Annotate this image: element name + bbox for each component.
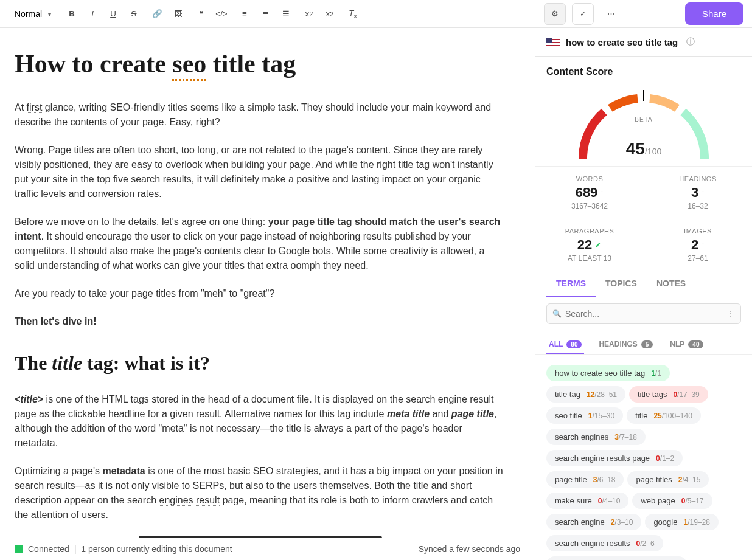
status-bar: Connected | 1 person currently editing t…	[0, 538, 535, 560]
term-chip[interactable]: title 25/100–140	[627, 407, 701, 424]
metrics: WORDS 689↑ 3167–3642 HEADINGS 3↑ 16–32 P…	[535, 166, 752, 271]
share-button[interactable]: Share	[685, 2, 743, 25]
term-chip[interactable]: page titles 2/4–15	[627, 471, 709, 488]
doc-subtitle: The title tag: what is it?	[15, 348, 506, 378]
side-header: ⚙ ✓ ⋯ Share	[535, 0, 752, 28]
terms-search-input[interactable]	[546, 303, 741, 324]
image-button[interactable]: 🖼	[172, 8, 184, 20]
connected-icon	[15, 545, 23, 553]
term-chip[interactable]: title tag 12/28–51	[546, 386, 625, 403]
metric-words: WORDS 689↑ 3167–3642	[535, 167, 644, 219]
image-icon: 🖼	[174, 9, 182, 18]
term-chip[interactable]: title tags 0/17–39	[629, 386, 708, 403]
filter-tabs: ALL80HEADINGS5NLP40	[535, 330, 752, 355]
paragraph: At first glance, writing SEO-friendly ti…	[15, 100, 506, 130]
code-icon: </>	[215, 9, 227, 18]
metric-paragraphs: PARAGRAPHS 22✓ AT LEAST 13	[535, 219, 644, 271]
term-chip[interactable]: how to create seo title tag 1/1	[546, 365, 670, 381]
ol-icon: ≣	[262, 9, 269, 18]
subscript-button[interactable]: x2	[303, 8, 315, 20]
underline-button[interactable]: U	[107, 8, 119, 20]
term-chip[interactable]: search engine results 0/2–6	[546, 535, 663, 551]
paragraph: <title> is one of the HTML tags stored i…	[15, 392, 506, 451]
beta-tag: BETA	[635, 116, 652, 123]
score-value: 45/100	[626, 139, 661, 159]
toolbar: Normal B I U S 🔗 🖼 ❝ </> ≡ ≣ ☰ x	[0, 0, 535, 28]
doc-title: How to create seo title tag	[15, 45, 506, 83]
terms-list: how to create seo title tag 1/1 title ta…	[535, 355, 752, 560]
editor-content[interactable]: How to create seo title tag At first gla…	[0, 28, 535, 538]
link-icon: 🔗	[152, 9, 162, 18]
clear-icon: Tx	[349, 9, 357, 19]
check-button[interactable]: ✓	[572, 3, 594, 25]
quote-button[interactable]: ❝	[195, 8, 207, 20]
term-chip[interactable]: search engine results page 0/1–2	[546, 450, 683, 466]
tab-terms[interactable]: TERMS	[546, 271, 596, 297]
more-icon: ⋯	[607, 9, 615, 18]
score-title: Content Score	[546, 66, 741, 77]
keyword-row: how to create seo title tag ⓘ	[535, 28, 752, 57]
filter-nlp[interactable]: NLP40	[667, 335, 706, 354]
bold-button[interactable]: B	[66, 8, 78, 20]
settings-button[interactable]: ⚙	[544, 3, 566, 25]
us-flag-icon	[546, 38, 560, 47]
strike-button[interactable]: S	[128, 8, 140, 20]
more-button[interactable]: ⋯	[600, 3, 622, 25]
side-pane: ⚙ ✓ ⋯ Share how to create seo title tag …	[535, 0, 752, 560]
code-button[interactable]: </>	[215, 8, 228, 20]
paragraph: Wrong. Page titles are often too short, …	[15, 143, 506, 201]
align-button[interactable]: ≡	[238, 8, 251, 20]
ul-icon: ☰	[282, 9, 290, 18]
keyword-text: how to create seo title tag	[566, 37, 678, 47]
filter-headings[interactable]: HEADINGS5	[596, 335, 655, 354]
term-chip[interactable]: web page 0/5–17	[632, 493, 712, 509]
superscript-button[interactable]: x2	[324, 8, 336, 20]
search-options-icon[interactable]: ⋮	[726, 309, 735, 319]
term-chip[interactable]: make sure 0/4–10	[546, 493, 628, 509]
synced-text: Synced a few seconds ago	[419, 544, 520, 554]
filter-all[interactable]: ALL80	[546, 335, 584, 354]
metric-images: IMAGES 2↑ 27–61	[644, 219, 752, 271]
editor-pane: Normal B I U S 🔗 🖼 ❝ </> ≡ ≣ ☰ x	[0, 0, 535, 560]
italic-button[interactable]: I	[86, 8, 99, 20]
gear-icon: ⚙	[551, 9, 559, 18]
editing-text: 1 person currently editing this document	[81, 544, 232, 554]
paragraph: Then let's dive in!	[15, 314, 506, 329]
quote-icon: ❝	[199, 9, 203, 18]
term-chip[interactable]: search engine 2/3–10	[546, 514, 641, 530]
search-icon: 🔍	[552, 309, 562, 318]
clear-format-button[interactable]: Tx	[347, 8, 359, 20]
paragraph: Before we move on to the details, let's …	[15, 215, 506, 273]
tab-topics[interactable]: TOPICS	[596, 271, 647, 297]
score-section: Content Score BETA 45/100	[535, 57, 752, 166]
ordered-list-button[interactable]: ≣	[259, 8, 271, 20]
term-chip[interactable]: google 1/19–28	[645, 514, 718, 530]
link-button[interactable]: 🔗	[151, 8, 163, 20]
term-chip[interactable]: search engines 3/7–18	[546, 429, 646, 445]
term-chip[interactable]: page title 3/6–18	[546, 471, 624, 488]
metric-headings: HEADINGS 3↑ 16–32	[644, 167, 752, 219]
check-circle-icon: ✓	[580, 9, 587, 18]
tab-notes[interactable]: NOTES	[647, 271, 695, 297]
paragraph: Are you ready to take your page titles f…	[15, 286, 506, 301]
term-chip[interactable]: seo title 1/15–30	[546, 407, 623, 424]
inline-image	[139, 536, 382, 538]
paragraph: Optimizing a page's metadata is one of t…	[15, 464, 506, 522]
term-chip[interactable]: search engine results pages 0/1–2	[546, 556, 687, 560]
connected-text: Connected	[28, 544, 69, 554]
unordered-list-button[interactable]: ☰	[280, 8, 292, 20]
format-select[interactable]: Normal	[12, 7, 55, 21]
section-tabs: TERMSTOPICSNOTES	[535, 271, 752, 297]
info-icon[interactable]: ⓘ	[686, 36, 695, 47]
align-icon: ≡	[242, 9, 247, 18]
